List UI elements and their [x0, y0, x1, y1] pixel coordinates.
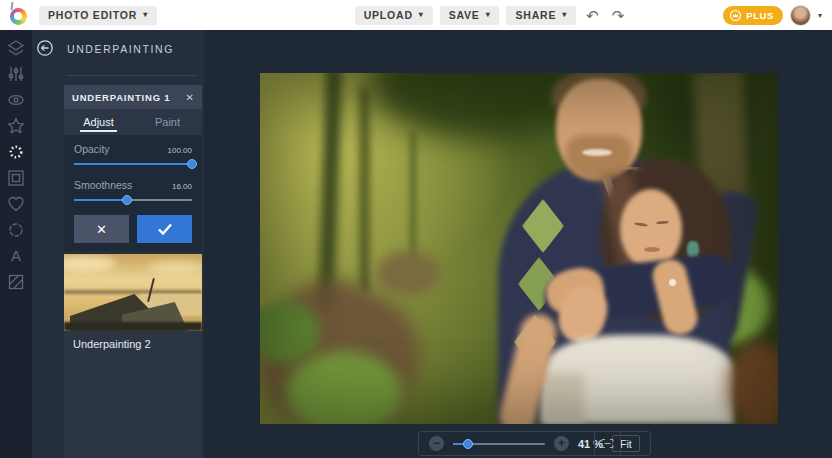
slider-fill: [74, 199, 127, 201]
workspace: − + 41 % Fit: [204, 30, 832, 458]
photo-shape: [376, 251, 440, 295]
photo-editor-menu-button[interactable]: PHOTO EDITOR ▾: [39, 6, 157, 25]
adjustments-icon[interactable]: [7, 65, 25, 83]
photo-shape: [64, 256, 116, 272]
slider-knob[interactable]: [463, 439, 473, 449]
top-bar: PHOTO EDITOR ▾ UPLOAD ▾ SAVE ▾ SHARE ▾ ↶…: [0, 0, 832, 30]
account-chevron-down-icon[interactable]: ▾: [818, 11, 822, 20]
slider-knob[interactable]: [187, 159, 197, 169]
effect-card-tabs: Adjust Paint: [64, 109, 202, 135]
photo-shape: [582, 149, 612, 156]
effect-card: UNDERPAINTING 1 ✕ Adjust Paint Opacity 1…: [64, 85, 202, 251]
shapes-icon[interactable]: [7, 221, 25, 239]
zoom-slider[interactable]: [453, 438, 545, 450]
tab-adjust[interactable]: Adjust: [64, 109, 133, 135]
svg-text:A: A: [11, 247, 21, 264]
preset-underpainting-2[interactable]: Underpainting 2: [64, 254, 202, 458]
share-button[interactable]: SHARE ▾: [506, 6, 576, 25]
tab-paint[interactable]: Paint: [133, 109, 202, 135]
upload-button[interactable]: UPLOAD ▾: [355, 6, 433, 25]
share-label: SHARE: [515, 9, 556, 21]
opacity-slider[interactable]: [74, 158, 192, 170]
chevron-down-icon: ▾: [486, 11, 491, 19]
close-icon[interactable]: ✕: [186, 92, 194, 103]
chevron-down-icon: ▾: [143, 11, 148, 19]
check-icon: [157, 222, 173, 236]
cancel-button[interactable]: ✕: [74, 215, 129, 243]
preset-label: Underpainting 2: [64, 331, 202, 350]
smoothness-value: 16.00: [172, 182, 192, 191]
save-button[interactable]: SAVE ▾: [440, 6, 500, 25]
save-label: SAVE: [449, 9, 480, 21]
star-icon[interactable]: [7, 117, 25, 135]
textures-icon[interactable]: [7, 273, 25, 291]
photo-shape: [542, 373, 584, 424]
effects-icon[interactable]: [7, 143, 25, 161]
photo-shape: [620, 189, 682, 269]
photo-shape: [644, 247, 660, 252]
heart-icon[interactable]: [7, 195, 25, 213]
effect-card-header: UNDERPAINTING 1 ✕: [64, 85, 202, 109]
zoom-out-icon[interactable]: −: [429, 436, 444, 451]
apply-button[interactable]: [137, 215, 192, 243]
layers-icon[interactable]: [7, 39, 25, 57]
user-avatar[interactable]: [790, 5, 811, 26]
photo-shape: [148, 262, 202, 274]
eye-icon[interactable]: [7, 91, 25, 109]
photo-shape: [728, 341, 778, 424]
chevron-down-icon: ▾: [419, 11, 424, 19]
photo-shape: [669, 279, 676, 286]
effect-card-title: UNDERPAINTING 1: [72, 92, 186, 103]
slider-fill: [74, 163, 192, 165]
opacity-label: Opacity: [74, 143, 110, 155]
fullscreen-icon: [601, 438, 614, 449]
chevron-down-icon: ▾: [562, 11, 567, 19]
photo-shape: [318, 73, 343, 313]
photo-shape: [360, 87, 369, 293]
upload-label: UPLOAD: [364, 9, 413, 21]
slider-knob[interactable]: [122, 195, 132, 205]
plus-upgrade-button[interactable]: PLUS: [723, 6, 783, 25]
photo-shape: [64, 322, 202, 331]
fullscreen-button[interactable]: [594, 431, 621, 456]
app-logo-icon[interactable]: [10, 8, 27, 25]
frame-icon[interactable]: [7, 169, 25, 187]
effect-panel: UNDERPAINTING UNDERPAINTING 1 ✕ Adjust P…: [32, 30, 204, 458]
tool-rail: A: [0, 30, 32, 458]
divider: [66, 75, 196, 76]
plus-label: PLUS: [746, 10, 774, 21]
effect-card-body: Opacity 100.00 Smoothness 16.00 ✕: [64, 135, 202, 251]
crown-badge-icon: [729, 9, 742, 22]
opacity-value: 100.00: [168, 146, 192, 155]
smoothness-slider[interactable]: [74, 194, 192, 206]
zoom-in-icon[interactable]: +: [554, 436, 569, 451]
text-icon[interactable]: A: [7, 247, 25, 265]
back-button[interactable]: [36, 39, 54, 57]
slider-fill: [453, 443, 468, 445]
preset-thumbnail: [64, 254, 202, 331]
smoothness-label: Smoothness: [74, 179, 132, 191]
canvas-image[interactable]: [260, 73, 778, 424]
panel-title: UNDERPAINTING: [67, 43, 174, 55]
redo-icon[interactable]: ↷: [609, 8, 628, 23]
photo-editor-menu-label: PHOTO EDITOR: [48, 9, 137, 21]
undo-icon[interactable]: ↶: [583, 8, 602, 23]
